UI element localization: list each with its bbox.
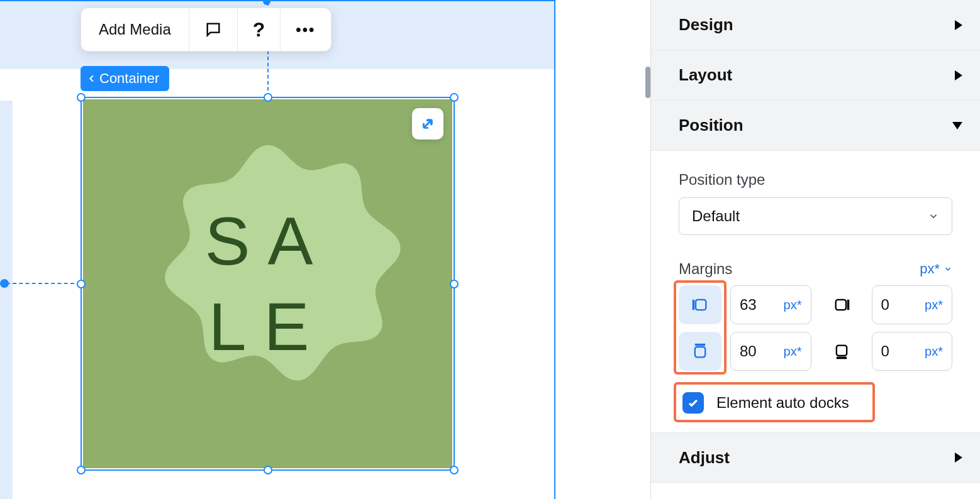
margin-top-icon: [691, 343, 709, 360]
margins-label: Margins: [679, 260, 732, 278]
margin-top-input[interactable]: 80 px*: [730, 332, 811, 371]
margin-top-toggle[interactable]: [679, 332, 721, 371]
chevron-left-icon: [87, 74, 97, 84]
unit: px*: [784, 298, 802, 312]
expand-icon: [420, 116, 436, 132]
breadcrumb-label: Container: [99, 70, 159, 87]
unit-text: px*: [920, 261, 940, 277]
auto-docks-checkbox[interactable]: [682, 392, 704, 414]
help-button[interactable]: ?: [237, 8, 281, 51]
section-adjust[interactable]: Adjust: [651, 432, 980, 483]
margin-right-input[interactable]: 0 px*: [872, 285, 953, 324]
resize-handle[interactable]: [264, 466, 272, 474]
value: 80: [740, 343, 757, 360]
inspector-panel: Design Layout Position Position type Def…: [650, 0, 980, 499]
floating-toolbar: Add Media ? •••: [81, 8, 331, 52]
chevron-right-icon: [955, 70, 962, 80]
auto-docks-label: Element auto docks: [716, 394, 849, 412]
add-media-button[interactable]: Add Media: [81, 8, 189, 51]
section-design[interactable]: Design: [651, 0, 980, 50]
panel-divider-area: [570, 0, 650, 499]
selection-box[interactable]: SA LE: [81, 97, 455, 471]
unit: px*: [784, 344, 802, 359]
position-type-select[interactable]: Default: [679, 197, 952, 235]
margin-bottom-input[interactable]: 0 px*: [872, 332, 953, 371]
check-icon: [687, 397, 699, 409]
value: 0: [881, 343, 889, 360]
canvas[interactable]: Add Media ? ••• Container SA LE: [0, 0, 570, 499]
margin-left-input[interactable]: 63 px*: [730, 285, 811, 324]
sale-image[interactable]: SA LE: [83, 99, 452, 468]
svg-rect-3: [836, 346, 846, 356]
margin-guide-horizontal: [6, 283, 81, 284]
section-title: Layout: [679, 65, 732, 85]
section-position[interactable]: Position: [651, 101, 980, 151]
svg-rect-0: [696, 300, 706, 310]
section-title: Adjust: [679, 448, 730, 468]
resize-handle[interactable]: [450, 466, 459, 474]
position-body: Position type Default Margins px*: [651, 151, 980, 432]
resize-handle[interactable]: [77, 280, 86, 288]
select-value: Default: [692, 207, 740, 225]
margin-left-icon: [691, 296, 709, 314]
unit: px*: [925, 298, 943, 312]
position-type-label: Position type: [679, 171, 952, 189]
resize-handle[interactable]: [450, 280, 459, 288]
margins-unit-select[interactable]: px*: [920, 261, 952, 277]
svg-rect-1: [835, 300, 845, 310]
expand-button[interactable]: [412, 108, 443, 140]
comment-icon: [204, 21, 222, 38]
panel-drag-handle[interactable]: [645, 67, 650, 98]
unit: px*: [925, 344, 943, 359]
section-title: Design: [679, 15, 733, 35]
svg-rect-2: [695, 347, 705, 357]
chevron-down-icon: [928, 211, 939, 222]
chevron-right-icon: [955, 20, 962, 30]
question-icon: ?: [253, 18, 265, 41]
margin-bottom-icon: [833, 343, 850, 360]
value: 63: [740, 296, 757, 314]
more-button[interactable]: •••: [280, 8, 330, 51]
chevron-right-icon: [955, 452, 962, 463]
margin-right-icon: [833, 296, 850, 314]
outer-top-handle[interactable]: [263, 0, 270, 5]
resize-handle[interactable]: [77, 93, 86, 102]
chevron-down-icon: [952, 122, 962, 129]
sale-text: SA LE: [204, 199, 330, 370]
margin-guide-anchor[interactable]: [0, 279, 9, 288]
comment-button[interactable]: [189, 8, 237, 51]
resize-handle[interactable]: [77, 466, 86, 474]
breadcrumb-container[interactable]: Container: [81, 66, 169, 91]
value: 0: [881, 296, 889, 314]
section-title: Position: [679, 116, 743, 135]
resize-handle[interactable]: [264, 93, 272, 102]
resize-handle[interactable]: [450, 93, 459, 102]
margin-left-toggle[interactable]: [679, 285, 721, 324]
more-icon: •••: [296, 21, 315, 38]
section-layout[interactable]: Layout: [651, 50, 980, 101]
chevron-down-icon: [944, 265, 952, 273]
margin-bottom-toggle[interactable]: [820, 332, 863, 371]
margin-right-toggle[interactable]: [820, 285, 863, 324]
